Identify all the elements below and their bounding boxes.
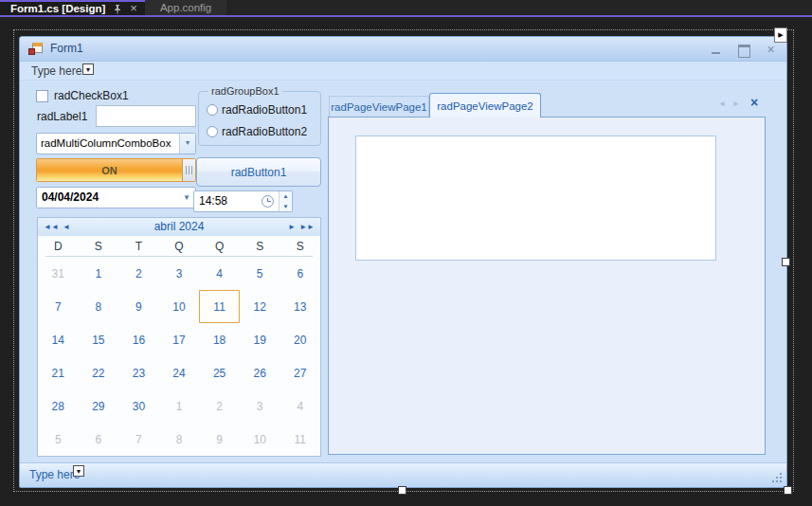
chevron-down-icon[interactable]: ▼ [183,188,190,208]
radio-option-2[interactable]: radRadioButton2 [207,125,307,138]
calendar-day[interactable]: 5 [240,257,280,290]
designer-form[interactable]: Form1 × Type here ▼ radCheckBox1 radLabe… [19,36,787,488]
spinner-up-icon[interactable]: ▲ [280,191,292,202]
editor-tab-appconfig[interactable]: App.config [145,0,226,15]
resize-handle-right[interactable] [782,258,790,266]
clock-icon[interactable] [262,195,274,208]
calendar-day[interactable]: 23 [118,356,159,389]
calendar-dow-row: DSTQQSS [38,236,320,256]
menu-dropdown-box[interactable]: ▼ [82,63,94,75]
calendar-day[interactable]: 13 [280,290,320,323]
calendar-day[interactable]: 19 [240,323,280,356]
toggle-thumb[interactable] [182,159,195,181]
editor-tab-form1-design[interactable]: Form1.cs [Design] × [0,0,145,15]
calendar-day[interactable]: 25 [199,356,240,389]
calendar-next-year-icon[interactable]: ►► [299,218,315,236]
time-picker[interactable]: 14:58 ▲ ▼ [193,190,293,212]
pageview-tab-1[interactable]: radPageViewPage1 [329,96,429,117]
close-tab-icon[interactable]: × [130,2,137,15]
calendar-prev-year-icon[interactable]: ◄◄ [44,218,59,236]
dropdown-arrow-icon: ▼ [74,466,83,477]
calendar-dow-label: Q [199,240,240,253]
combobox-dropdown-button[interactable]: ▼ [179,134,195,154]
calendar-day[interactable]: 8 [159,423,200,456]
pageview-next-icon[interactable]: ► [732,99,740,108]
calendar-day[interactable]: 9 [199,423,240,456]
calendar-day[interactable]: 7 [38,290,79,323]
status-strip[interactable]: Type here ▼ [20,462,786,487]
calendar-day[interactable]: 28 [38,389,79,423]
toggle-switch[interactable]: ON [36,158,196,182]
calendar-day[interactable]: 18 [199,323,240,356]
calendar-day[interactable]: 1 [159,389,200,423]
time-value: 14:58 [199,191,227,211]
calendar-day[interactable]: 29 [79,389,119,423]
rad-textbox[interactable] [96,105,196,127]
calendar-day[interactable]: 4 [280,389,320,423]
calendar-day[interactable]: 2 [199,389,240,423]
calendar-day[interactable]: 3 [159,257,200,290]
calendar-day[interactable]: 10 [159,290,200,323]
rad-button1[interactable]: radButton1 [196,157,321,187]
resize-grip-icon[interactable] [771,472,783,483]
close-button[interactable]: × [765,44,777,56]
calendar-day[interactable]: 15 [79,323,119,356]
calendar[interactable]: ◄◄ ◄ abril 2024 ► ►► DSTQQSS 31123456789… [37,217,321,457]
radio-circle-icon[interactable] [207,104,218,116]
smart-tag-button[interactable]: ▶ [774,27,787,43]
calendar-day[interactable]: 9 [118,290,159,323]
calendar-day[interactable]: 7 [118,423,159,456]
calendar-day[interactable]: 4 [199,257,240,290]
calendar-day[interactable]: 6 [280,257,320,290]
calendar-day[interactable]: 10 [240,423,280,456]
calendar-week-row: 21222324252627 [38,356,320,389]
menu-type-here[interactable]: Type here [31,62,81,81]
calendar-day[interactable]: 30 [118,389,159,423]
calendar-day[interactable]: 27 [280,356,320,389]
calendar-day[interactable]: 2 [118,257,159,290]
radio-label: radRadioButton2 [222,125,307,138]
rad-checkbox[interactable] [36,90,48,102]
calendar-day[interactable]: 5 [38,423,79,456]
editor-tab-label: App.config [160,2,211,13]
maximize-button[interactable] [737,44,749,56]
calendar-day[interactable]: 1 [79,257,119,290]
calendar-day[interactable]: 20 [280,323,320,356]
calendar-prev-month-icon[interactable]: ◄ [63,218,70,236]
pageview-white-panel[interactable] [355,136,716,261]
pageview-close-icon[interactable]: × [750,95,758,110]
calendar-day[interactable]: 3 [240,389,280,423]
calendar-day[interactable]: 17 [159,323,200,356]
calendar-day-today[interactable]: 11 [199,290,240,323]
status-dropdown-box[interactable]: ▼ [73,465,84,477]
calendar-day[interactable]: 12 [240,290,280,323]
calendar-day[interactable]: 31 [38,257,79,290]
calendar-next-month-icon[interactable]: ► [288,218,296,236]
calendar-day[interactable]: 16 [118,323,159,356]
resize-handle-bottom-right[interactable] [784,486,792,495]
calendar-week-row: 14151617181920 [38,323,320,356]
menu-strip[interactable]: Type here ▼ [20,62,786,81]
form-titlebar[interactable]: Form1 × [20,37,786,62]
resize-handle-bottom[interactable] [398,486,406,495]
calendar-day[interactable]: 22 [79,356,119,389]
spinner-down-icon[interactable]: ▼ [280,202,292,212]
calendar-day[interactable]: 11 [280,423,320,456]
calendar-day[interactable]: 26 [240,356,280,389]
calendar-day[interactable]: 14 [38,323,79,356]
calendar-day[interactable]: 24 [159,356,200,389]
calendar-day[interactable]: 21 [38,356,79,389]
pageview-tab-2[interactable]: radPageViewPage2 [429,93,541,117]
date-picker[interactable]: 04/04/2024 ▼ [36,187,196,208]
radio-option-1[interactable]: radRadioButton1 [207,103,307,117]
pageview-prev-icon[interactable]: ◄ [718,99,726,108]
calendar-day[interactable]: 8 [79,290,119,323]
multicolumn-combobox[interactable]: radMultiColumnComboBox ▼ [36,133,196,154]
toggle-track[interactable]: ON [37,159,182,181]
radio-circle-icon[interactable] [207,126,218,137]
calendar-day[interactable]: 6 [79,423,119,456]
calendar-dow-label: S [240,240,280,253]
calendar-dow-label: Q [159,240,200,253]
pin-icon[interactable] [113,4,122,14]
minimize-button[interactable] [710,44,722,56]
